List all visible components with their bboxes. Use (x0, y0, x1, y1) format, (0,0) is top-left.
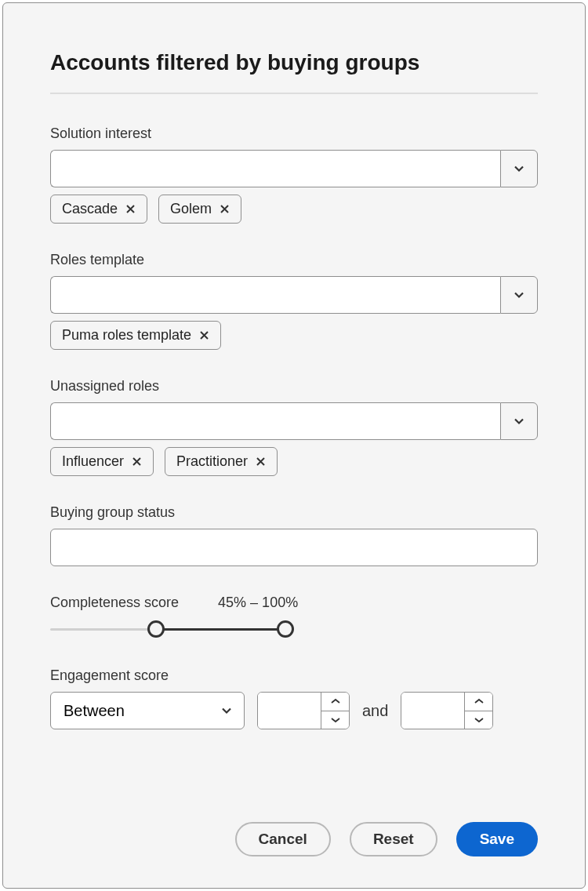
completeness-slider[interactable] (50, 620, 285, 639)
stepper-up-button[interactable] (321, 693, 349, 711)
chip-label: Practitioner (176, 453, 248, 470)
unassigned-roles-input[interactable] (50, 402, 500, 440)
chevron-up-icon (331, 698, 340, 704)
roles-template-dropdown[interactable] (50, 276, 538, 314)
chip-cascade: Cascade (50, 195, 147, 224)
roles-template-dropdown-toggle[interactable] (500, 276, 538, 314)
slider-handle-min[interactable] (147, 620, 165, 638)
engagement-from-input[interactable] (258, 693, 321, 729)
and-label: and (362, 702, 388, 720)
roles-template-chips: Puma roles template (50, 321, 538, 350)
buying-group-status-label: Buying group status (50, 504, 538, 521)
solution-interest-chips: Cascade Golem (50, 195, 538, 224)
chip-label: Puma roles template (62, 327, 191, 344)
footer-actions: Cancel Reset Save (50, 791, 538, 856)
unassigned-roles-dropdown-toggle[interactable] (500, 402, 538, 440)
solution-interest-dropdown[interactable] (50, 150, 538, 187)
close-icon[interactable] (256, 456, 266, 467)
close-icon[interactable] (220, 204, 230, 214)
chevron-down-icon (474, 717, 484, 723)
slider-track-fill (156, 628, 285, 631)
page-title: Accounts filtered by buying groups (50, 50, 538, 75)
chevron-down-icon (513, 415, 525, 427)
buying-group-status-field: Buying group status (50, 504, 538, 566)
slider-handle-max[interactable] (277, 620, 294, 638)
chevron-up-icon (474, 698, 484, 704)
engagement-operator-select[interactable]: Between (50, 692, 245, 729)
chip-puma-roles-template: Puma roles template (50, 321, 221, 350)
chevron-down-icon (220, 704, 233, 717)
stepper-down-button[interactable] (321, 711, 349, 729)
stepper-up-button[interactable] (465, 693, 492, 711)
engagement-score-label: Engagement score (50, 667, 538, 684)
engagement-to-stepper[interactable] (401, 692, 493, 729)
filter-panel: Accounts filtered by buying groups Solut… (2, 2, 586, 889)
solution-interest-input[interactable] (50, 150, 500, 187)
chip-label: Cascade (62, 201, 118, 217)
close-icon[interactable] (132, 456, 142, 467)
select-value: Between (64, 702, 125, 720)
roles-template-field: Roles template Puma roles template (50, 252, 538, 350)
chevron-down-icon (331, 717, 340, 723)
chip-practitioner: Practitioner (165, 447, 278, 476)
completeness-score-field: Completeness score 45% – 100% (50, 595, 538, 639)
solution-interest-dropdown-toggle[interactable] (500, 150, 538, 187)
completeness-score-value: 45% – 100% (218, 595, 298, 611)
engagement-score-field: Engagement score Between an (50, 667, 538, 729)
reset-button[interactable]: Reset (350, 822, 437, 856)
solution-interest-field: Solution interest Cascade Golem (50, 125, 538, 224)
engagement-from-stepper[interactable] (257, 692, 350, 729)
roles-template-input[interactable] (50, 276, 500, 314)
solution-interest-label: Solution interest (50, 125, 538, 142)
divider (50, 93, 538, 94)
unassigned-roles-dropdown[interactable] (50, 402, 538, 440)
chip-label: Golem (170, 201, 212, 217)
chip-influencer: Influencer (50, 447, 154, 476)
roles-template-label: Roles template (50, 252, 538, 268)
chevron-down-icon (513, 289, 525, 301)
cancel-button[interactable]: Cancel (235, 822, 331, 856)
unassigned-roles-label: Unassigned roles (50, 378, 538, 395)
unassigned-roles-chips: Influencer Practitioner (50, 447, 538, 476)
buying-group-status-input[interactable] (50, 529, 538, 566)
save-button[interactable]: Save (456, 822, 538, 856)
completeness-score-label: Completeness score (50, 595, 179, 611)
chip-label: Influencer (62, 453, 124, 470)
chevron-down-icon (513, 162, 525, 175)
chip-golem: Golem (158, 195, 241, 224)
stepper-down-button[interactable] (465, 711, 492, 729)
close-icon[interactable] (125, 204, 136, 214)
unassigned-roles-field: Unassigned roles Influencer Practitioner (50, 378, 538, 476)
engagement-to-input[interactable] (401, 693, 464, 729)
close-icon[interactable] (199, 330, 209, 340)
